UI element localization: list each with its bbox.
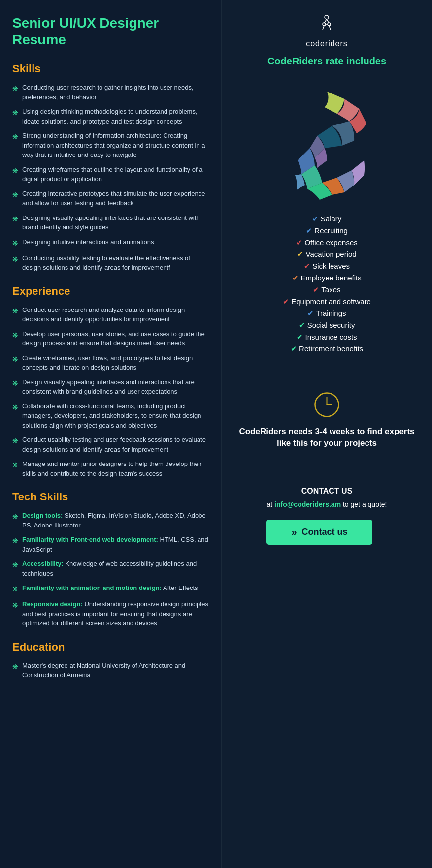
list-item: ❋Designing visually appealing interfaces…: [12, 213, 209, 232]
bullet-icon: ❋: [12, 238, 18, 248]
rate-item-text: Trainings: [316, 309, 346, 317]
clock-text: CodeRiders needs 3-4 weeks to find exper…: [239, 426, 415, 449]
bullet-icon: ❋: [12, 190, 18, 200]
rate-item-text: Employee benefits: [300, 274, 361, 282]
list-item: ✔ Salary: [283, 215, 371, 223]
check-icon: ✔: [306, 226, 312, 235]
logo-text: coderiders: [306, 39, 348, 48]
clock-section: CodeRiders needs 3-4 weeks to find exper…: [232, 384, 422, 457]
bullet-icon: ❋: [12, 600, 18, 611]
list-item: ❋Collaborate with cross-functional teams…: [12, 402, 209, 431]
rate-title: CodeRiders rate includes: [267, 56, 386, 67]
contact-section: CONTACT US at info@coderiders.am to get …: [266, 487, 387, 545]
rate-item-text: Retirement benefits: [299, 344, 363, 353]
svg-point-0: [325, 15, 329, 19]
bullet-icon: ❋: [12, 166, 18, 176]
skill-text: Creating wireframes that outline the lay…: [22, 165, 209, 184]
contact-suffix: to get a quote!: [343, 500, 387, 508]
list-item: ❋Accessibility: Knowledge of web accessi…: [12, 559, 209, 578]
list-item: ✔ Equipment and software: [283, 297, 371, 306]
experience-list: ❋Conduct user research and analyze data …: [12, 305, 209, 479]
list-item: ✔ Trainings: [283, 309, 371, 318]
list-item: ✔ Vacation period: [283, 250, 371, 259]
experience-section: Experience ❋Conduct user research and an…: [12, 285, 209, 479]
contact-text-at: at: [266, 500, 272, 508]
tech-text: Responsive design: Understanding respons…: [22, 599, 209, 628]
experience-title: Experience: [12, 285, 209, 298]
check-icon: ✔: [304, 262, 310, 270]
rate-list: ✔ Salary✔ Recruiting✔ Office expenses✔ V…: [283, 215, 371, 356]
skill-text: Using design thinking methodologies to u…: [22, 107, 209, 126]
skill-text: Conducting user research to gather insig…: [22, 83, 209, 102]
bullet-icon: ❋: [12, 560, 18, 570]
skill-text: Conducting usability testing to evaluate…: [22, 253, 209, 273]
skill-text: Designing intuitive interactions and ani…: [22, 237, 154, 247]
logo-area: coderiders: [306, 12, 348, 48]
tech-skills-title: Tech Skills: [12, 491, 209, 503]
tech-skills-list: ❋Design tools: Sketch, Figma, InVision S…: [12, 511, 209, 628]
check-icon: ✔: [296, 238, 302, 247]
clock-icon: [313, 391, 340, 418]
education-section: Education ❋Master's degree at National U…: [12, 641, 209, 680]
rate-item-text: Insurance costs: [305, 333, 357, 341]
rate-item-text: Salary: [321, 215, 342, 223]
list-item: ❋Conduct usability testing and user feed…: [12, 435, 209, 454]
list-item: ❋Conducting user research to gather insi…: [12, 83, 209, 102]
check-icon: ✔: [299, 321, 305, 329]
check-icon: ✔: [297, 250, 303, 258]
rate-item-text: Social security: [307, 321, 355, 329]
list-item: ❋Using design thinking methodologies to …: [12, 107, 209, 126]
experience-text: Design visually appealing interfaces and…: [22, 377, 209, 397]
skill-text: Designing visually appealing interfaces …: [22, 213, 209, 232]
list-item: ❋Strong understanding of Information arc…: [12, 131, 209, 160]
check-icon: ✔: [307, 309, 314, 317]
list-item: ✔ Office expenses: [283, 238, 371, 247]
list-item: ✔ Sick leaves: [283, 262, 371, 271]
list-item: ❋Master's degree at National University …: [12, 661, 209, 680]
list-item: ❋Create wireframes, user flows, and prot…: [12, 353, 209, 372]
list-item: ❋Familiarity with Front-end web developm…: [12, 535, 209, 554]
rate-item-text: Recruiting: [314, 226, 348, 235]
list-item: ❋Creating wireframes that outline the la…: [12, 165, 209, 184]
check-icon: ✔: [297, 333, 303, 341]
bullet-icon: ❋: [12, 354, 18, 365]
experience-text: Conduct user research and analyze data t…: [22, 305, 209, 324]
skills-list: ❋Conducting user research to gather insi…: [12, 83, 209, 273]
contact-button[interactable]: » Contact us: [266, 520, 372, 545]
list-item: ❋Responsive design: Understanding respon…: [12, 599, 209, 628]
experience-text: Create wireframes, user flows, and proto…: [22, 353, 209, 372]
skill-text: Creating interactive prototypes that sim…: [22, 189, 209, 208]
bullet-icon: ❋: [12, 460, 18, 470]
left-panel: Senior UI/UX Designer Resume Skills ❋Con…: [0, 0, 222, 868]
contact-info: at info@coderiders.am to get a quote!: [266, 499, 387, 510]
list-item: ❋Design tools: Sketch, Figma, InVision S…: [12, 511, 209, 530]
tech-skills-section: Tech Skills ❋Design tools: Sketch, Figma…: [12, 491, 209, 628]
bullet-icon: ❋: [12, 84, 18, 94]
experience-text: Develop user personas, user stories, and…: [22, 329, 209, 348]
list-item: ✔ Social security: [283, 321, 371, 330]
list-item: ❋Familiarity with animation and motion d…: [12, 583, 209, 594]
check-icon: ✔: [292, 274, 299, 282]
check-icon: ✔: [291, 344, 297, 353]
edu-text: Master's degree at National University o…: [22, 661, 209, 680]
list-item: ❋Conducting usability testing to evaluat…: [12, 253, 209, 273]
skill-text: Strong understanding of Information arch…: [22, 131, 209, 160]
contact-title: CONTACT US: [266, 487, 387, 496]
check-icon: ✔: [283, 297, 289, 306]
list-item: ❋Creating interactive prototypes that si…: [12, 189, 209, 208]
list-item: ✔ Insurance costs: [283, 333, 371, 341]
contact-button-label: Contact us: [302, 527, 348, 537]
contact-email[interactable]: info@coderiders.am: [274, 500, 341, 508]
bullet-icon: ❋: [12, 108, 18, 118]
bullet-icon: ❋: [12, 306, 18, 316]
skills-section: Skills ❋Conducting user research to gath…: [12, 62, 209, 273]
experience-text: Conduct usability testing and user feedb…: [22, 435, 209, 454]
list-item: ✔ Retirement benefits: [283, 344, 371, 353]
skills-title: Skills: [12, 62, 209, 75]
bullet-icon: ❋: [12, 436, 18, 446]
list-item: ✔ Recruiting: [283, 226, 371, 235]
rate-item-text: Office expenses: [304, 238, 357, 247]
check-icon: ✔: [312, 215, 319, 223]
bullet-icon: ❋: [12, 214, 18, 224]
list-item: ❋Conduct user research and analyze data …: [12, 305, 209, 324]
